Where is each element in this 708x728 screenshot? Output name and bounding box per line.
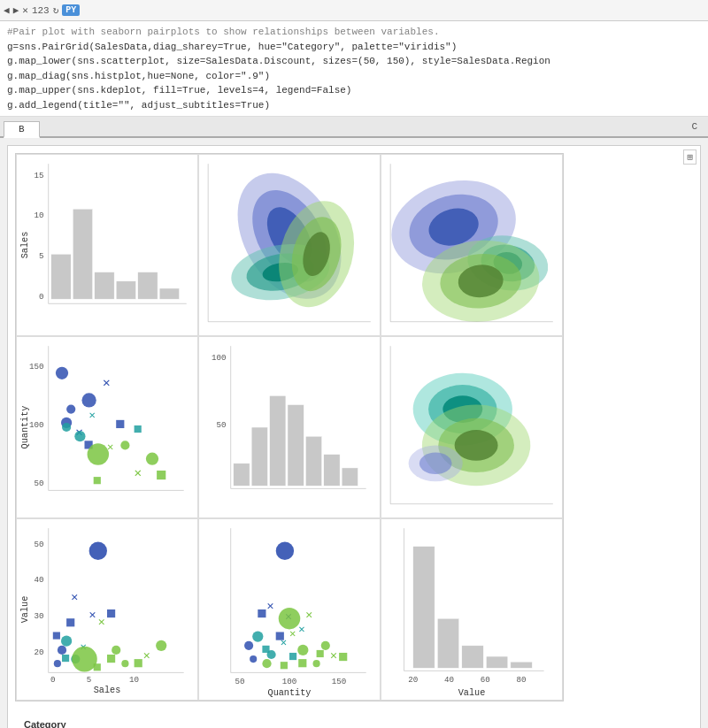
svg-text:✕: ✕: [98, 616, 105, 629]
svg-point-88: [54, 660, 61, 667]
svg-rect-92: [53, 632, 60, 640]
svg-text:50: 50: [235, 677, 244, 686]
svg-rect-91: [66, 618, 74, 626]
svg-point-126: [279, 608, 300, 629]
svg-point-76: [455, 430, 498, 461]
svg-point-94: [61, 636, 72, 647]
expand-icon[interactable]: ⊞: [683, 149, 696, 165]
svg-point-113: [276, 542, 294, 560]
svg-text:✕: ✕: [281, 637, 287, 649]
svg-rect-97: [62, 655, 69, 662]
tab-bar: B C: [0, 117, 708, 138]
svg-rect-64: [270, 395, 286, 486]
svg-point-87: [58, 646, 66, 655]
svg-text:30: 30: [35, 611, 44, 621]
svg-text:✕: ✕: [298, 624, 304, 636]
svg-text:100: 100: [212, 353, 227, 363]
svg-point-120: [252, 631, 263, 641]
svg-text:10: 10: [35, 211, 44, 220]
svg-rect-68: [342, 468, 358, 486]
svg-rect-50: [135, 425, 142, 433]
svg-rect-62: [234, 464, 250, 487]
svg-rect-144: [413, 547, 435, 669]
svg-point-78: [419, 453, 452, 474]
svg-rect-136: [281, 662, 288, 669]
svg-text:40: 40: [444, 675, 454, 685]
plot-grid: 15 10 5 0 Sales: [15, 153, 564, 701]
svg-rect-93: [107, 609, 115, 617]
svg-rect-8: [116, 281, 135, 299]
cell-0-1: [198, 154, 381, 336]
svg-text:✕: ✕: [143, 649, 150, 663]
svg-point-42: [81, 393, 96, 407]
svg-text:80: 80: [517, 675, 527, 685]
cell-0-2: [381, 154, 563, 336]
forward-icon[interactable]: ▶: [13, 4, 19, 16]
svg-point-127: [297, 645, 308, 655]
cell-0-0: 15 10 5 0 Sales: [16, 154, 198, 336]
svg-point-101: [121, 660, 128, 667]
code-block: #Pair plot with seaborn pairplots to sho…: [0, 21, 708, 117]
svg-text:5: 5: [87, 675, 92, 685]
svg-rect-124: [262, 646, 269, 653]
svg-rect-104: [107, 655, 115, 663]
legend-panel: Category Bikes Components Accessories Di…: [24, 701, 157, 728]
svg-rect-45: [116, 420, 124, 428]
svg-rect-6: [73, 209, 92, 299]
svg-point-129: [313, 660, 320, 667]
svg-text:5: 5: [39, 251, 44, 261]
svg-rect-125: [289, 653, 296, 660]
svg-rect-106: [135, 659, 142, 667]
svg-rect-134: [298, 659, 306, 667]
svg-rect-66: [305, 436, 321, 486]
close-icon[interactable]: ✕: [22, 4, 28, 16]
svg-text:✕: ✕: [89, 609, 96, 622]
cell-1-1: 100 50: [198, 336, 381, 518]
svg-text:✕: ✕: [267, 600, 274, 613]
svg-text:Value: Value: [20, 596, 30, 624]
tab-c[interactable]: C: [684, 119, 704, 134]
svg-point-53: [120, 441, 129, 449]
svg-text:✕: ✕: [89, 410, 96, 422]
svg-point-52: [146, 453, 158, 465]
tab-b[interactable]: B: [4, 121, 40, 138]
svg-rect-7: [95, 272, 114, 300]
svg-point-86: [89, 542, 107, 560]
svg-text:0: 0: [39, 292, 44, 302]
svg-text:20: 20: [35, 648, 44, 657]
cell-2-1: ✕ ✕ ✕ ✕: [198, 518, 381, 701]
refresh-icon[interactable]: ↻: [53, 4, 59, 16]
svg-text:60: 60: [481, 675, 490, 685]
svg-text:✕: ✕: [330, 649, 337, 663]
svg-text:Sales: Sales: [94, 686, 121, 695]
svg-text:40: 40: [35, 575, 44, 585]
svg-text:10: 10: [129, 675, 139, 685]
cell-2-0: 50 40 30 20 Value ✕ ✕: [16, 518, 198, 701]
cell-2-2: 20 40 60 80 Value: [381, 518, 563, 701]
svg-text:15: 15: [35, 171, 44, 180]
svg-text:100: 100: [282, 677, 297, 686]
cell-1-0: 150 100 50 Quantity ✕ ✕: [16, 336, 198, 518]
svg-rect-146: [462, 646, 483, 669]
svg-rect-63: [251, 427, 267, 486]
back-icon[interactable]: ◀: [4, 4, 10, 16]
svg-point-114: [244, 641, 253, 650]
svg-point-51: [88, 443, 109, 464]
svg-rect-135: [317, 650, 324, 657]
toolbar: ◀ ▶ ✕ 123 ↻ PY: [0, 0, 708, 21]
svg-text:✕: ✕: [305, 609, 312, 622]
svg-rect-105: [94, 663, 101, 671]
svg-point-39: [56, 367, 68, 379]
svg-point-128: [321, 641, 330, 650]
svg-rect-148: [511, 662, 532, 668]
svg-rect-118: [258, 609, 266, 617]
svg-rect-137: [339, 653, 347, 661]
cell-1-2: [381, 336, 563, 518]
py-badge: PY: [62, 4, 80, 16]
svg-point-130: [262, 659, 271, 668]
svg-rect-65: [288, 405, 304, 487]
svg-rect-67: [324, 455, 340, 487]
svg-text:50: 50: [35, 479, 44, 488]
svg-text:50: 50: [217, 420, 227, 430]
svg-rect-56: [157, 471, 165, 479]
